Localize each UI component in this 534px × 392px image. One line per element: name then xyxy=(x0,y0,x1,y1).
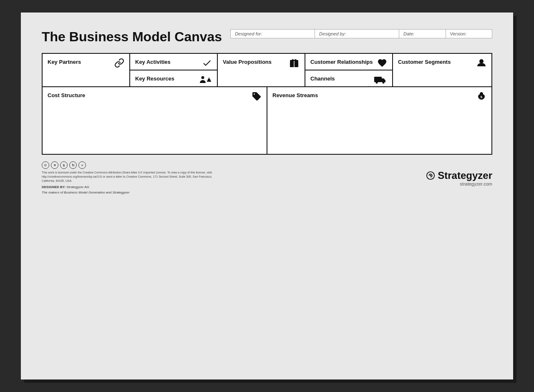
header-area: The Business Model Canvas Designed for: … xyxy=(42,29,492,45)
cell-customer-relationships[interactable]: Customer Relationships xyxy=(305,54,392,70)
svg-point-14 xyxy=(430,175,431,176)
svg-rect-7 xyxy=(374,77,382,82)
page-wrapper: The Business Model Canvas Designed for: … xyxy=(21,13,513,379)
revenue-streams-icon: $ xyxy=(476,91,486,103)
strategyzer-url: strategyzer.com xyxy=(426,181,492,186)
value-propositions-icon xyxy=(289,58,300,70)
canvas-bottom-row: Cost Structure Revenue Streams $ xyxy=(43,87,491,154)
svg-point-11 xyxy=(254,93,255,95)
cc-nd-icon: = xyxy=(78,161,86,169)
cell-channels[interactable]: Channels xyxy=(305,70,392,86)
svg-rect-3 xyxy=(209,78,209,79)
activities-resources-column: Key Activities Key Resources xyxy=(130,54,218,86)
cell-customer-segments[interactable]: Customer Segments xyxy=(393,54,491,86)
customer-relationships-label: Customer Relationships xyxy=(310,59,373,65)
cost-structure-icon xyxy=(252,91,262,103)
license-text: This work is licensed under the Creative… xyxy=(42,171,217,183)
cell-key-resources[interactable]: Key Resources xyxy=(130,70,217,86)
strategyzer-logo: Strategyzer xyxy=(426,170,492,181)
cc-icons: © ✦ $ ↻ = xyxy=(42,161,217,169)
footer-left: © ✦ $ ↻ = This work is licensed under th… xyxy=(42,161,217,194)
designed-by-field[interactable]: Designed by: xyxy=(315,30,399,38)
designed-by-footer: DESIGNED BY: Strategyzer AG xyxy=(42,185,217,189)
svg-point-10 xyxy=(479,59,484,63)
header-fields: Designed for: Designed by: Date: Version… xyxy=(230,29,492,38)
key-partners-label: Key Partners xyxy=(48,59,81,65)
canvas-grid: Key Partners Key Activities xyxy=(42,53,492,155)
svg-point-9 xyxy=(383,82,385,84)
cell-key-partners[interactable]: Key Partners xyxy=(43,54,130,86)
svg-rect-2 xyxy=(208,79,210,80)
cc-icon: © xyxy=(42,161,49,169)
channels-label: Channels xyxy=(310,75,335,82)
strategyzer-brand: Strategyzer xyxy=(438,170,492,181)
version-field[interactable]: Version: xyxy=(446,30,492,38)
footer-tagline: The makers of Business Model Generation … xyxy=(42,191,217,194)
designed-for-field[interactable]: Designed for: xyxy=(231,30,315,38)
cr-channels-column: Customer Relationships Channels xyxy=(305,54,393,86)
svg-rect-1 xyxy=(207,80,211,82)
value-propositions-label: Value Propositions xyxy=(223,59,272,65)
svg-text:$: $ xyxy=(481,95,483,99)
cell-value-propositions[interactable]: Value Propositions xyxy=(218,54,305,86)
customer-relationships-icon xyxy=(377,58,387,70)
customer-segments-icon xyxy=(476,58,486,70)
cc-by-icon: ✦ xyxy=(51,161,58,169)
cost-structure-label: Cost Structure xyxy=(48,92,85,98)
page-title: The Business Model Canvas xyxy=(42,29,222,45)
svg-point-8 xyxy=(376,82,378,84)
key-activities-label: Key Activities xyxy=(135,59,171,65)
strategyzer-logo-icon xyxy=(426,171,435,180)
canvas-main-row: Key Partners Key Activities xyxy=(43,54,491,87)
cc-nc-icon: $ xyxy=(60,161,68,169)
date-field[interactable]: Date: xyxy=(399,30,446,38)
revenue-streams-label: Revenue Streams xyxy=(272,92,318,98)
cell-key-activities[interactable]: Key Activities xyxy=(130,54,217,70)
footer: © ✦ $ ↻ = This work is licensed under th… xyxy=(42,161,492,194)
key-activities-icon xyxy=(202,58,212,70)
svg-point-0 xyxy=(202,76,204,79)
key-resources-icon xyxy=(199,75,212,87)
cell-revenue-streams[interactable]: Revenue Streams $ xyxy=(267,87,491,154)
cell-cost-structure[interactable]: Cost Structure xyxy=(43,87,267,154)
footer-right: Strategyzer strategyzer.com xyxy=(426,170,492,186)
key-resources-label: Key Resources xyxy=(135,75,174,82)
cc-sa-icon: ↻ xyxy=(69,161,77,169)
channels-icon xyxy=(374,75,387,87)
customer-segments-label: Customer Segments xyxy=(398,59,451,65)
key-partners-icon xyxy=(114,58,124,70)
